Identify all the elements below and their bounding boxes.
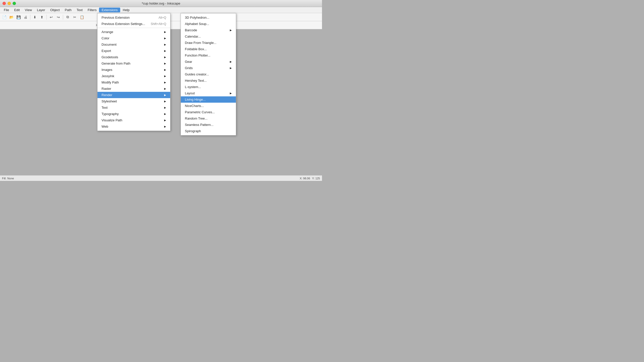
menu-filters[interactable]: Filters <box>85 8 99 12</box>
render-calendar[interactable]: Calendar... <box>181 33 236 40</box>
menu-extensions[interactable]: Extensions <box>99 8 120 12</box>
coords-x: X: 98.06 <box>300 177 310 180</box>
ext-images[interactable]: Images ▶ <box>97 67 170 73</box>
sep3 <box>63 15 63 20</box>
minimize-button[interactable] <box>8 2 11 5</box>
menu-view[interactable]: View <box>22 8 34 12</box>
ext-color[interactable]: Color ▶ <box>97 35 170 41</box>
extensions-menu: Previous Extension Alt+Q Previous Extens… <box>97 13 170 131</box>
render-draw-from-triangle[interactable]: Draw From Triangle... <box>181 40 236 46</box>
open-button[interactable]: 📂 <box>8 14 15 20</box>
ext-previous-settings[interactable]: Previous Extension Settings... Shift+Alt… <box>97 21 170 27</box>
menu-file[interactable]: File <box>1 8 12 12</box>
ext-document[interactable]: Document ▶ <box>97 41 170 48</box>
render-nicecharts[interactable]: NiceCharts... <box>181 103 236 109</box>
menu-edit[interactable]: Edit <box>12 8 22 12</box>
close-button[interactable] <box>3 2 6 5</box>
render-foldable-box[interactable]: Foldable Box... <box>181 46 236 52</box>
render-3d-polyhedron[interactable]: 3D Polyhedron... <box>181 14 236 21</box>
render-spirograph[interactable]: Spirograph <box>181 128 236 134</box>
ext-jessyink[interactable]: JessyInk ▶ <box>97 73 170 79</box>
render-parametric-curves[interactable]: Parametric Curves... <box>181 109 236 115</box>
coords-y: Y: 125 <box>312 177 320 180</box>
paste-button[interactable]: 📋 <box>79 14 85 20</box>
fill-value: None <box>7 177 14 180</box>
menu-object[interactable]: Object <box>48 8 62 12</box>
copy-button[interactable]: ⧉ <box>64 14 71 20</box>
new-button[interactable]: 📄 <box>1 14 8 20</box>
ext-text[interactable]: Text ▶ <box>97 104 170 111</box>
ext-modify-path[interactable]: Modify Path ▶ <box>97 79 170 86</box>
render-l-system[interactable]: L-system... <box>181 84 236 90</box>
render-layout[interactable]: Layout ▶ <box>181 90 236 96</box>
render-alphabet-soup[interactable]: Alphabet Soup... <box>181 21 236 27</box>
render-guides-creator[interactable]: Guides creator... <box>181 71 236 77</box>
render-gear[interactable]: Gear ▶ <box>181 59 236 65</box>
export-button[interactable]: ⬆ <box>39 14 45 20</box>
window-title: *cup holder.svg - Inkscape <box>142 2 180 5</box>
ext-render[interactable]: Render ▶ <box>97 92 170 98</box>
render-seamless-pattern[interactable]: Seamless Pattern... <box>181 122 236 128</box>
statusbar: Fill: None X: 98.06 Y: 125 <box>0 175 322 181</box>
menu-help[interactable]: Help <box>120 8 132 12</box>
redo-button[interactable]: ↪ <box>55 14 62 20</box>
render-random-tree[interactable]: Random Tree... <box>181 115 236 122</box>
ext-gcodetools[interactable]: Gcodetools ▶ <box>97 54 170 60</box>
render-submenu: 3D Polyhedron... Alphabet Soup... Barcod… <box>181 13 236 135</box>
maximize-button[interactable] <box>13 2 16 5</box>
titlebar: *cup holder.svg - Inkscape <box>0 0 322 7</box>
render-barcode[interactable]: Barcode ▶ <box>181 27 236 33</box>
fill-label: Fill: <box>2 177 6 180</box>
ext-arrange[interactable]: Arrange ▶ <box>97 29 170 35</box>
ext-web[interactable]: Web ▶ <box>97 123 170 130</box>
render-function-plotter[interactable]: Function Plotter... <box>181 52 236 59</box>
ext-previous[interactable]: Previous Extension Alt+Q <box>97 14 170 21</box>
undo-button[interactable]: ↩ <box>48 14 55 20</box>
menu-path[interactable]: Path <box>62 8 74 12</box>
ext-typography[interactable]: Typography ▶ <box>97 111 170 117</box>
render-grids[interactable]: Grids ▶ <box>181 65 236 71</box>
sep2 <box>46 15 47 20</box>
ext-visualize-path[interactable]: Visualize Path ▶ <box>97 117 170 123</box>
cut-button[interactable]: ✂ <box>71 14 78 20</box>
sep1 <box>30 15 30 20</box>
render-hershey-text[interactable]: Hershey Text... <box>181 77 236 84</box>
ext-export[interactable]: Export ▶ <box>97 48 170 54</box>
ext-raster[interactable]: Raster ▶ <box>97 86 170 92</box>
import-button[interactable]: ⬇ <box>32 14 38 20</box>
menu-text[interactable]: Text <box>74 8 85 12</box>
print-button[interactable]: 🖨 <box>22 14 29 20</box>
traffic-lights <box>3 2 16 5</box>
sep-ext <box>97 28 170 28</box>
menubar: File Edit View Layer Object Path Text Fi… <box>0 7 322 13</box>
menu-layer[interactable]: Layer <box>34 8 48 12</box>
save-button[interactable]: 💾 <box>15 14 22 20</box>
render-living-hinge[interactable]: Living Hinge... <box>181 96 236 103</box>
ext-generate-from-path[interactable]: Generate from Path ▶ <box>97 60 170 67</box>
ext-stylesheet[interactable]: Stylesheet ▶ <box>97 98 170 104</box>
